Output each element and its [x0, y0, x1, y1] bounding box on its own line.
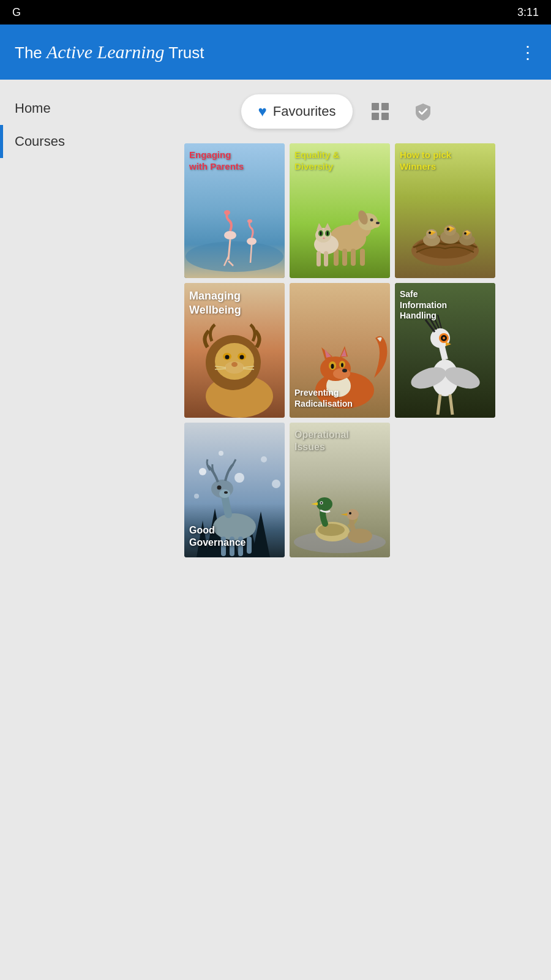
- svg-point-99: [234, 473, 244, 483]
- svg-point-6: [224, 231, 236, 239]
- svg-point-106: [224, 491, 228, 494]
- course-card-managing-wellbeing[interactable]: ManagingWellbeing: [184, 283, 285, 418]
- svg-point-107: [217, 486, 222, 490]
- svg-point-33: [327, 232, 329, 236]
- svg-point-21: [370, 219, 373, 222]
- svg-point-48: [464, 232, 467, 235]
- verified-button[interactable]: [408, 96, 438, 127]
- course-card-safe-information-handling[interactable]: SafeInformationHandling: [395, 283, 495, 418]
- course-title-equality: Equality &Diversity: [294, 149, 384, 173]
- course-card-equality-diversity[interactable]: Equality &Diversity: [290, 143, 390, 278]
- svg-point-11: [247, 238, 257, 245]
- course-title-good-governance: GoodGovernance: [189, 524, 279, 549]
- course-title-engaging: Engagingwith Parents: [189, 149, 279, 173]
- svg-point-19: [370, 221, 380, 228]
- svg-rect-35: [317, 251, 321, 266]
- course-title-operational-issues: OperationalIssues: [294, 429, 384, 453]
- grid-view-button[interactable]: [365, 96, 395, 127]
- svg-rect-1: [381, 103, 389, 110]
- svg-point-101: [272, 480, 280, 488]
- svg-point-88: [443, 337, 445, 339]
- svg-point-97: [199, 468, 206, 475]
- course-title-safe-info: SafeInformationHandling: [400, 289, 489, 322]
- course-card-good-governance[interactable]: GoodGovernance: [184, 423, 285, 557]
- course-grid: Engagingwith Parents: [178, 143, 501, 557]
- svg-point-5: [186, 241, 283, 272]
- svg-rect-2: [372, 113, 379, 120]
- svg-point-118: [321, 502, 323, 504]
- svg-point-98: [219, 451, 223, 456]
- svg-point-105: [219, 489, 230, 498]
- svg-rect-25: [360, 249, 365, 266]
- svg-point-54: [231, 362, 238, 367]
- app-title: The Active Learning Trust: [15, 42, 204, 62]
- view-toolbar: ♥ Favourites: [241, 94, 439, 129]
- course-title-managing-wellbeing: ManagingWellbeing: [189, 289, 279, 317]
- svg-point-100: [261, 456, 267, 462]
- svg-point-47: [447, 228, 450, 231]
- svg-point-116: [317, 497, 332, 511]
- svg-line-62: [243, 369, 254, 369]
- course-title-preventing-radicalisation: PreventingRadicalisation: [294, 388, 384, 409]
- status-bar-left-icon: G: [12, 6, 21, 19]
- course-card-engaging-with-parents[interactable]: Engagingwith Parents: [184, 143, 285, 278]
- check-shield-icon: [413, 102, 433, 121]
- svg-rect-36: [324, 251, 328, 266]
- svg-point-10: [224, 210, 230, 215]
- status-bar-time: 3:11: [517, 6, 539, 19]
- svg-rect-0: [372, 103, 379, 110]
- svg-line-60: [215, 369, 226, 369]
- status-bar: G 3:11: [0, 0, 551, 24]
- main-content: Home Courses ♥ Favourites: [0, 80, 551, 980]
- svg-point-20: [376, 222, 380, 224]
- sidebar-item-home[interactable]: Home: [0, 92, 129, 125]
- svg-point-58: [240, 355, 244, 360]
- svg-rect-24: [351, 249, 356, 266]
- heart-icon: ♥: [258, 103, 267, 120]
- svg-point-121: [349, 512, 351, 514]
- favourites-button[interactable]: ♥ Favourites: [241, 94, 353, 129]
- course-title-winners: How to pickWinners: [400, 149, 489, 173]
- svg-point-76: [341, 363, 343, 368]
- svg-point-46: [429, 232, 431, 234]
- content-area: ♥ Favourites: [129, 80, 551, 980]
- svg-point-13: [247, 219, 252, 223]
- svg-rect-23: [342, 249, 347, 266]
- svg-point-57: [225, 355, 230, 360]
- app-bar: The Active Learning Trust ⋮: [0, 24, 551, 80]
- menu-button[interactable]: ⋮: [519, 42, 536, 62]
- svg-point-102: [194, 494, 199, 499]
- svg-rect-3: [381, 113, 389, 120]
- sidebar-item-courses[interactable]: Courses: [0, 125, 129, 158]
- course-card-operational-issues[interactable]: OperationalIssues: [290, 423, 390, 557]
- course-card-preventing-radicalisation[interactable]: PreventingRadicalisation: [290, 283, 390, 418]
- course-card-how-to-pick-winners[interactable]: How to pickWinners: [395, 143, 495, 278]
- svg-point-120: [347, 509, 359, 520]
- grid-icon: [370, 102, 390, 121]
- svg-point-32: [320, 232, 322, 236]
- svg-point-75: [331, 364, 334, 369]
- svg-point-72: [342, 369, 347, 372]
- svg-point-115: [318, 524, 345, 536]
- sidebar: Home Courses: [0, 80, 129, 980]
- svg-point-71: [333, 368, 350, 379]
